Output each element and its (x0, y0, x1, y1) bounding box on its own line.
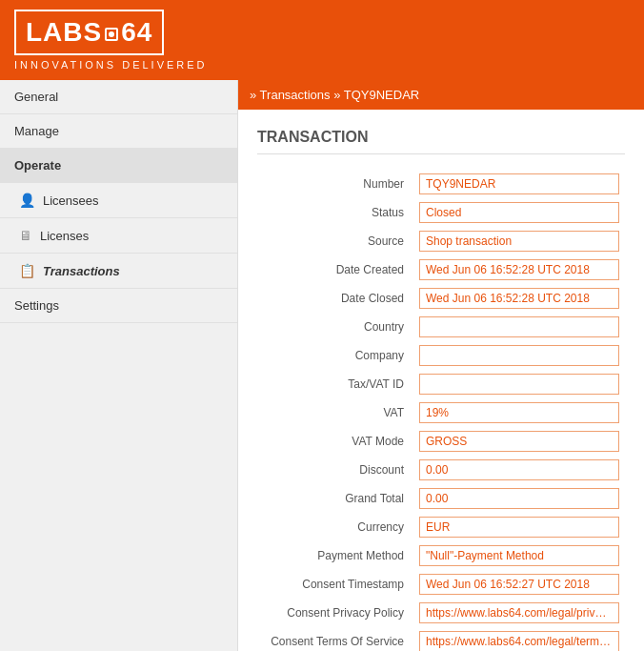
sidebar: General Manage Operate 👤 Licensees 🖥 Lic… (0, 80, 238, 651)
field-taxvat: Tax/VAT ID (257, 370, 625, 398)
source-input[interactable] (419, 231, 619, 252)
date-created-input[interactable] (419, 259, 619, 280)
logo: LABS 64 (14, 10, 630, 55)
date-closed-label: Date Closed (257, 284, 413, 313)
field-consent-privacy: Consent Privacy Policy (257, 599, 625, 627)
consent-privacy-label: Consent Privacy Policy (257, 599, 413, 627)
field-discount: Discount (257, 456, 625, 484)
payment-method-label: Payment Method (257, 541, 413, 570)
breadcrumb-transactions-link[interactable]: Transactions (260, 88, 331, 102)
field-vat-mode: VAT Mode (257, 427, 625, 456)
field-payment-method: Payment Method (257, 541, 625, 570)
status-input[interactable] (419, 202, 619, 223)
currency-input[interactable] (419, 517, 619, 538)
country-label: Country (257, 313, 413, 341)
logo-box: LABS 64 (14, 10, 164, 55)
section-title: TRANSACTION (257, 129, 625, 154)
transaction-icon: 📋 (19, 263, 35, 278)
company-label: Company (257, 341, 413, 370)
field-currency: Currency (257, 513, 625, 541)
country-input[interactable] (419, 316, 619, 337)
consent-timestamp-input[interactable] (419, 574, 619, 595)
sidebar-item-licensees[interactable]: 👤 Licensees (0, 183, 237, 218)
field-consent-terms: Consent Terms Of Service (257, 627, 625, 651)
grand-total-input[interactable] (419, 488, 619, 509)
vat-label: VAT (257, 398, 413, 427)
field-country: Country (257, 313, 625, 341)
field-grand-total: Grand Total (257, 484, 625, 513)
currency-label: Currency (257, 513, 413, 541)
field-status: Status (257, 198, 625, 227)
breadcrumb: » Transactions » TQY9NEDAR (238, 80, 644, 110)
breadcrumb-separator: » (333, 88, 344, 102)
field-number: Number (257, 170, 625, 198)
number-input[interactable] (419, 173, 619, 194)
layout: General Manage Operate 👤 Licensees 🖥 Lic… (0, 80, 644, 651)
date-created-label: Date Created (257, 255, 413, 284)
company-input[interactable] (419, 345, 619, 366)
logo-text-2: 64 (121, 17, 152, 48)
consent-terms-label: Consent Terms Of Service (257, 627, 413, 651)
payment-method-input[interactable] (419, 545, 619, 566)
source-label: Source (257, 227, 413, 255)
tagline: INNOVATIONS DELIVERED (14, 59, 630, 71)
field-source: Source (257, 227, 625, 255)
number-label: Number (257, 170, 413, 198)
sidebar-item-operate[interactable]: Operate (0, 149, 237, 183)
field-company: Company (257, 341, 625, 370)
field-consent-timestamp: Consent Timestamp (257, 570, 625, 599)
discount-label: Discount (257, 456, 413, 484)
sidebar-item-general[interactable]: General (0, 80, 237, 114)
vat-mode-label: VAT Mode (257, 427, 413, 456)
consent-privacy-input[interactable] (419, 602, 619, 623)
header: LABS 64 INNOVATIONS DELIVERED (0, 0, 644, 80)
transaction-form: Number Status Source Date Created Date C… (257, 170, 625, 651)
vat-input[interactable] (419, 402, 619, 423)
status-label: Status (257, 198, 413, 227)
sidebar-item-transactions[interactable]: 📋 Transactions (0, 254, 237, 289)
consent-terms-input[interactable] (419, 631, 619, 651)
date-closed-input[interactable] (419, 288, 619, 309)
main-content: » Transactions » TQY9NEDAR TRANSACTION N… (238, 80, 644, 651)
monitor-icon: 🖥 (19, 228, 32, 243)
sidebar-item-settings[interactable]: Settings (0, 289, 237, 323)
field-date-closed: Date Closed (257, 284, 625, 313)
taxvat-label: Tax/VAT ID (257, 370, 413, 398)
breadcrumb-current: TQY9NEDAR (344, 88, 419, 102)
sidebar-item-licenses[interactable]: 🖥 Licenses (0, 218, 237, 254)
breadcrumb-prefix: » (250, 88, 260, 102)
logo-text: LABS (26, 17, 102, 48)
vat-mode-input[interactable] (419, 431, 619, 452)
consent-timestamp-label: Consent Timestamp (257, 570, 413, 599)
grand-total-label: Grand Total (257, 484, 413, 513)
field-date-created: Date Created (257, 255, 625, 284)
person-icon: 👤 (19, 193, 35, 208)
sidebar-item-manage[interactable]: Manage (0, 114, 237, 149)
taxvat-input[interactable] (419, 374, 619, 395)
field-vat: VAT (257, 398, 625, 427)
discount-input[interactable] (419, 459, 619, 480)
